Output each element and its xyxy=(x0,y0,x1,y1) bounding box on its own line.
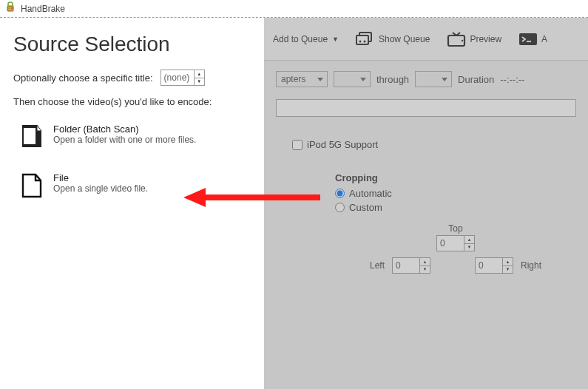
crop-custom-radio[interactable] xyxy=(335,203,345,212)
add-to-queue-label: Add to Queue xyxy=(273,34,328,44)
crop-left-up[interactable]: ▲ xyxy=(420,258,430,266)
duration-value: --:--:-- xyxy=(500,74,524,85)
crop-top-up[interactable]: ▲ xyxy=(464,236,474,244)
crop-auto-row[interactable]: Automatic xyxy=(335,188,576,199)
crop-top-input[interactable] xyxy=(437,236,464,251)
svg-point-1 xyxy=(8,7,10,9)
chevron-down-icon: ▼ xyxy=(332,35,339,43)
show-queue-label: Show Queue xyxy=(379,34,430,44)
crop-left-input[interactable] xyxy=(393,258,419,273)
svg-rect-4 xyxy=(37,131,41,147)
folder-option-title: Folder (Batch Scan) xyxy=(53,124,196,135)
window-title: HandBrake xyxy=(21,4,65,14)
range-end-select[interactable] xyxy=(415,71,452,87)
destination-field[interactable] xyxy=(276,99,576,117)
encode-instruction: Then choose the video(s) you'd like to e… xyxy=(13,96,251,107)
crop-top-down[interactable]: ▼ xyxy=(464,244,474,251)
cropping-group: Cropping Automatic Custom Top ▲▼ xyxy=(335,172,576,274)
activity-letter: A xyxy=(541,34,547,44)
ipod-checkbox[interactable] xyxy=(292,140,303,150)
crop-left-spinner[interactable]: ▲▼ xyxy=(392,257,430,274)
svg-point-2 xyxy=(11,7,13,9)
crop-right-down[interactable]: ▼ xyxy=(503,266,513,274)
preview-button[interactable]: Preview xyxy=(442,28,506,50)
toolbar: Add to Queue ▼ Show Queue xyxy=(264,18,588,61)
main-area: Source Selection Optionally choose a spe… xyxy=(0,18,588,389)
title-spinner-down[interactable]: ▼ xyxy=(195,78,204,86)
crop-auto-radio[interactable] xyxy=(335,189,345,198)
crop-right-input[interactable] xyxy=(476,258,502,273)
app-icon xyxy=(4,1,16,16)
optional-title-label: Optionally choose a specific title: xyxy=(13,72,153,84)
svg-rect-7 xyxy=(356,35,368,44)
title-spinner[interactable]: ▲ ▼ xyxy=(160,70,205,86)
ipod-label: iPod 5G Support xyxy=(307,139,378,150)
crop-top-label: Top xyxy=(448,223,462,234)
svg-rect-12 xyxy=(519,33,537,45)
crop-right-up[interactable]: ▲ xyxy=(503,258,513,266)
title-spinner-up[interactable]: ▲ xyxy=(195,70,204,78)
show-queue-button[interactable]: Show Queue xyxy=(351,28,434,50)
file-option-sub: Open a single video file. xyxy=(53,183,148,194)
ipod-checkbox-row[interactable]: iPod 5G Support xyxy=(292,139,576,150)
through-label: through xyxy=(376,74,409,85)
chapter-range-row: apters through Duration --:--:-- xyxy=(276,71,576,87)
folder-option-sub: Open a folder with one or more files. xyxy=(53,135,196,145)
activity-log-button[interactable]: A xyxy=(513,28,552,50)
open-file-option[interactable]: File Open a single video file. xyxy=(13,171,251,200)
crop-left-label: Left xyxy=(370,260,385,271)
title-bar: HandBrake xyxy=(0,0,588,18)
crop-custom-label: Custom xyxy=(349,202,382,213)
crop-auto-label: Automatic xyxy=(349,188,392,199)
crop-grid: Top ▲▼ Left ▲▼ xyxy=(335,223,576,274)
queue-icon xyxy=(355,31,374,47)
title-spinner-input[interactable] xyxy=(161,70,194,85)
open-folder-option[interactable]: Folder (Batch Scan) Open a folder with o… xyxy=(13,122,251,152)
source-heading: Source Selection xyxy=(13,33,251,56)
tv-icon xyxy=(446,31,465,47)
terminal-icon xyxy=(518,31,537,47)
source-selection-panel: Source Selection Optionally choose a spe… xyxy=(0,18,264,389)
svg-rect-5 xyxy=(24,128,36,144)
add-to-queue-button[interactable]: Add to Queue ▼ xyxy=(268,31,343,47)
range-mode-select[interactable]: apters xyxy=(276,71,328,87)
preview-label: Preview xyxy=(470,34,501,44)
svg-point-11 xyxy=(462,39,463,41)
cropping-heading: Cropping xyxy=(335,172,576,183)
crop-right-spinner[interactable]: ▲▼ xyxy=(475,257,513,274)
file-icon xyxy=(21,172,43,199)
svg-point-8 xyxy=(359,40,361,42)
crop-top-spinner[interactable]: ▲▼ xyxy=(436,235,475,251)
main-content-dimmed: Add to Queue ▼ Show Queue xyxy=(264,18,588,389)
title-spinner-row: Optionally choose a specific title: ▲ ▼ xyxy=(13,70,251,86)
crop-left-down[interactable]: ▼ xyxy=(420,266,430,274)
crop-right-label: Right xyxy=(521,260,541,271)
range-mode-value: apters xyxy=(281,74,305,84)
svg-point-9 xyxy=(363,40,365,42)
crop-custom-row[interactable]: Custom xyxy=(335,202,576,213)
folder-icon xyxy=(21,124,43,150)
range-start-select[interactable] xyxy=(334,71,371,87)
body-area: apters through Duration --:--:-- iPod 5G… xyxy=(264,61,588,389)
file-option-title: File xyxy=(53,172,148,183)
duration-label: Duration xyxy=(458,74,494,85)
